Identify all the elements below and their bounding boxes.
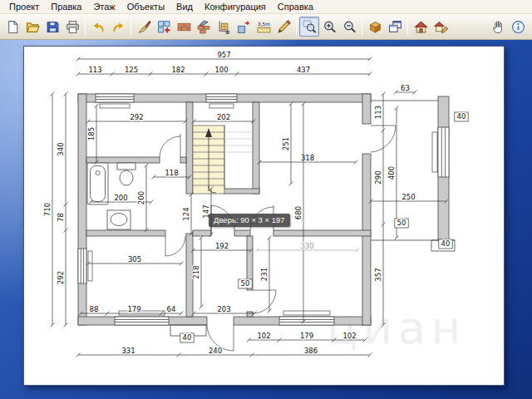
menu-item-5[interactable]: Конфигурация xyxy=(199,1,272,12)
menu-item-1[interactable]: Правка xyxy=(45,1,87,12)
windows-cascade-icon xyxy=(388,20,402,34)
watermark: циан xyxy=(327,302,466,354)
app-window: ПроектПравкаЭтажОбъектыВидКонфигурацияСп… xyxy=(0,0,532,399)
new-document-icon xyxy=(6,20,20,34)
cascade-view-button[interactable] xyxy=(385,17,405,37)
zoom-window-button[interactable] xyxy=(299,17,319,37)
context-help-button[interactable] xyxy=(488,17,508,37)
dimension-label: 710 xyxy=(43,203,52,216)
menu-bar: ПроектПравкаЭтажОбъектыВидКонфигурацияСп… xyxy=(0,0,532,14)
move-object-button[interactable] xyxy=(214,17,234,37)
hand-cursor-icon xyxy=(491,20,505,34)
paintbrush-icon xyxy=(137,20,151,34)
save-icon xyxy=(46,20,60,34)
printer-icon xyxy=(66,20,80,34)
dimension-label: 251 xyxy=(282,137,290,150)
dimension-label: 290 xyxy=(374,170,382,184)
toolbar-separator xyxy=(407,18,408,35)
dimension-label: 88 xyxy=(90,305,99,313)
toilet xyxy=(117,163,135,185)
dimension-label: 40 xyxy=(183,333,192,342)
house-3d-view-button[interactable] xyxy=(411,17,431,37)
redo-button[interactable] xyxy=(108,17,128,37)
dimension-label: 305 xyxy=(128,255,141,264)
dimension-label: 386 xyxy=(304,347,318,355)
dimension-label: 680 xyxy=(294,206,303,219)
dimension-label: 63 xyxy=(401,84,410,92)
undo-button[interactable] xyxy=(88,17,108,37)
undo-arrow-icon xyxy=(91,20,106,34)
save-project-button[interactable] xyxy=(42,17,62,37)
new-project-button[interactable] xyxy=(2,17,22,37)
menu-item-6[interactable]: Справка xyxy=(272,1,319,12)
dimension-label: 78 xyxy=(57,213,65,222)
add-room-button[interactable] xyxy=(154,17,174,37)
dimension-label: 437 xyxy=(297,66,310,74)
dimension-label: 125 xyxy=(125,66,138,74)
main-toolbar: 3,5m xyxy=(0,14,532,40)
dimension-label: 340 xyxy=(57,142,65,155)
view-3d-button[interactable] xyxy=(365,17,385,37)
toolbar-buttons: 3,5m xyxy=(2,17,451,37)
dimension-label: 330 xyxy=(300,242,313,250)
dimension-label: 240 xyxy=(209,347,222,355)
dimension-label: 40 xyxy=(441,239,451,248)
dimension-label: 182 xyxy=(171,66,185,74)
menu-item-4[interactable]: Вид xyxy=(170,1,199,12)
open-folder-icon xyxy=(26,20,40,34)
cube-3d-icon xyxy=(368,20,382,34)
cube-arrow-icon xyxy=(237,20,251,34)
open-project-button[interactable] xyxy=(22,17,42,37)
watermark-text: циан xyxy=(327,302,466,354)
svg-text:3,5m: 3,5m xyxy=(258,21,270,26)
bathroom-fixtures xyxy=(87,163,135,229)
info-icon xyxy=(511,20,525,34)
house-editor-button[interactable] xyxy=(431,17,451,37)
dimension-label: 231 xyxy=(260,268,268,281)
wall-tool-button[interactable] xyxy=(174,17,194,37)
grid-plus-icon xyxy=(157,20,171,34)
toolbar-separator xyxy=(85,18,86,35)
brick-trowel-icon xyxy=(197,20,211,34)
dimension-label: 202 xyxy=(217,113,230,121)
dimension-label: 124 xyxy=(182,207,190,220)
dimension-label: 200 xyxy=(137,191,145,204)
zoom-in-icon xyxy=(323,20,337,34)
dimension-label: 318 xyxy=(301,154,314,162)
dimension-label: 113 xyxy=(374,106,382,119)
sink xyxy=(107,210,131,229)
dimension-label: 192 xyxy=(215,242,229,250)
dimension-label: 357 xyxy=(374,268,382,281)
ruler-icon: 3,5m xyxy=(257,20,271,34)
paint-tool-button[interactable] xyxy=(134,17,154,37)
brick-wall-icon xyxy=(177,20,191,34)
door-tooltip: Дверь: 90 × 3 × 197 xyxy=(209,214,290,227)
bathtub xyxy=(87,163,108,204)
dimension-label: 102 xyxy=(257,332,270,340)
dimension-label: 203 xyxy=(217,305,230,313)
dimension-label: 400 xyxy=(387,166,396,180)
rotate-object-button[interactable] xyxy=(234,17,254,37)
pencil-icon xyxy=(277,20,291,34)
dimension-label: 179 xyxy=(127,305,140,313)
menu-item-0[interactable]: Проект xyxy=(3,1,45,12)
house-edit-icon xyxy=(434,20,448,34)
dimension-label: 50 xyxy=(241,279,250,288)
hand-truck-icon xyxy=(217,20,231,34)
dimension-label: 218 xyxy=(192,265,200,278)
menu-item-2[interactable]: Этаж xyxy=(87,1,121,12)
toolbar-right-buttons xyxy=(488,17,528,37)
dimension-label: 957 xyxy=(217,51,230,59)
zoom-in-button[interactable] xyxy=(319,17,339,37)
dimensions-button[interactable]: 3,5m xyxy=(254,17,273,37)
dimension-label: 185 xyxy=(87,127,96,140)
draw-tool-button[interactable] xyxy=(273,17,293,37)
print-button[interactable] xyxy=(62,17,82,37)
about-button[interactable] xyxy=(508,17,528,37)
menu-item-3[interactable]: Объекты xyxy=(121,1,170,12)
dimension-label: 102 xyxy=(342,332,356,340)
zoom-out-button[interactable] xyxy=(339,17,359,37)
drawing-canvas[interactable]: циан xyxy=(23,46,505,386)
wall-material-button[interactable] xyxy=(194,17,214,37)
zoom-select-icon xyxy=(303,20,317,34)
